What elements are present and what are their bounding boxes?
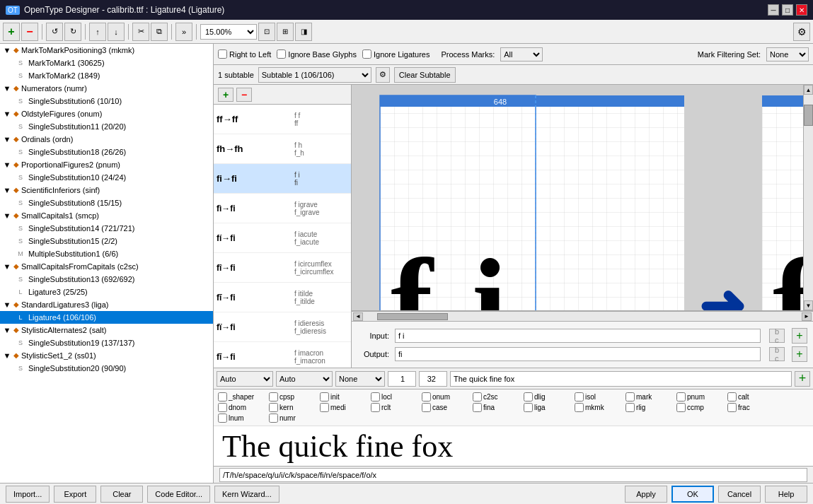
cb-dnom[interactable] [218,403,227,412]
cb-frac[interactable] [727,403,737,412]
feat-isol[interactable]: isol [575,392,624,402]
up-button[interactable]: ↑ [89,23,106,41]
rtl-checkbox[interactable] [218,49,227,59]
rtl-checkbox-label[interactable]: Right to Left [218,49,271,59]
scroll-up-button[interactable]: ▲ [804,85,813,95]
tree-item-ss13[interactable]: S SingleSubstitution13 (692/692) [0,273,213,286]
remove-button[interactable]: − [21,23,38,41]
cb-onum[interactable] [422,392,431,402]
size-input1[interactable] [388,371,416,387]
feat-calt[interactable]: calt [727,392,777,402]
feat-medi[interactable]: medi [320,403,369,412]
glyph-path-input[interactable] [219,468,807,482]
feat-numr[interactable]: numr [269,414,318,423]
ignore-lig-checkbox[interactable] [362,49,371,59]
cb-dlig[interactable] [524,392,533,402]
mark-filtering-select[interactable]: None [766,47,809,61]
feat-rclt[interactable]: rclt [371,403,420,412]
more-button[interactable]: » [175,23,192,41]
feat-kern[interactable]: kern [269,403,318,412]
lig-item-fitilde[interactable]: fĩ→fi f itildef_itilde [214,283,351,312]
preview-text-input[interactable] [450,371,792,387]
cb-mark[interactable] [625,392,635,402]
feat-ccmp[interactable]: ccmp [676,403,726,412]
tree-item-sciinf[interactable]: ▼ ◆ ScientificInferiors (sinf) [0,184,213,197]
feat-init[interactable]: init [320,392,369,402]
remove-lig-button[interactable]: − [236,88,252,102]
cb-isol[interactable] [575,392,584,402]
feat-onum[interactable]: onum [422,392,471,402]
copy-button[interactable]: ⧉ [151,23,168,41]
tree-item-ordinals[interactable]: ▼ ◆ Ordinals (ordn) [0,133,213,146]
minimize-button[interactable]: ─ [768,4,779,16]
tree-item-smallcaps[interactable]: ▼ ◆ SmallCapitals1 (smcp) [0,209,213,222]
tree-item-stdlig3[interactable]: ▼ ◆ StandardLigatures3 (liga) [0,298,213,311]
add-preview-button[interactable]: + [795,371,810,387]
tree-item-ss15[interactable]: S SingleSubstitution15 (2/2) [0,235,213,247]
lig-item-ff[interactable]: ff→ff f fff [214,105,351,134]
canvas-scrollbar-h[interactable]: ◄ ► [352,311,813,321]
undo-button[interactable]: ↺ [46,23,63,41]
feat-dnom[interactable]: dnom [218,403,267,412]
cb-medi[interactable] [320,403,329,412]
font-auto-select1[interactable]: Auto [217,371,273,387]
ignore-lig-checkbox-label[interactable]: Ignore Ligatures [362,49,430,59]
canvas-scrollbar-v[interactable]: ▲ ▼ [803,85,813,310]
tree-item-lig4[interactable]: L Ligature4 (106/106) [0,311,213,324]
font-none-select[interactable]: None [335,371,385,387]
scroll-left-button[interactable]: ◄ [353,312,363,321]
subtable-options-button[interactable]: ⚙ [376,67,390,83]
cb-pnum[interactable] [676,392,686,402]
kern-wizard-button[interactable]: Kern Wizard... [214,486,279,503]
size-input2[interactable] [419,371,447,387]
tree-item-oldstyle[interactable]: ▼ ◆ OldstyleFigures (onum) [0,107,213,120]
tree-item-ss19[interactable]: S SingleSubstitution19 (137/137) [0,336,213,349]
tree-item-ss18[interactable]: S SingleSubstitution18 (26/26) [0,146,213,158]
cb-liga[interactable] [524,403,533,412]
font-auto-select2[interactable]: Auto [276,371,333,387]
feat-liga[interactable]: liga [524,403,573,412]
feat-fina[interactable]: fina [473,403,522,412]
scroll-thumb[interactable] [804,105,813,126]
tree-item-ss11[interactable]: S SingleSubstitution11 (20/20) [0,120,213,133]
code-editor-button[interactable]: Code Editor... [147,486,210,503]
tree-item-marktomark3[interactable]: ▼ ◆ MarkToMarkPositioning3 (mkmk) [0,44,213,57]
output-field[interactable] [395,347,761,361]
feat-pnum[interactable]: pnum [676,392,726,402]
process-marks-select[interactable]: All None [500,47,543,61]
tree-item-ss14[interactable]: S SingleSubstitution14 (721/721) [0,222,213,235]
feat-mark[interactable]: mark [625,392,675,402]
cb-mkmk[interactable] [575,403,584,412]
cb-kern[interactable] [269,403,278,412]
add-button[interactable]: + [3,23,20,41]
tree-item-lig3[interactable]: L Ligature3 (25/25) [0,286,213,298]
cb-cpsp[interactable] [269,392,278,402]
clear-subtable-button[interactable]: Clear Subtable [394,67,456,83]
tree-item-stylisticset[interactable]: ▼ ◆ StylisticSet1_2 (ss01) [0,349,213,362]
feat-rlig[interactable]: rlig [625,403,675,412]
lig-item-fiacute[interactable]: fí→fi f iacutef_iacute [214,223,351,253]
glyph-canvas[interactable]: 648 1135 503 f i ➜ fi [352,85,813,311]
tree-item-marktommark2[interactable]: S MarkToMark2 (1849) [0,69,213,82]
tree-item-ms1[interactable]: M MultipleSubstitution1 (6/6) [0,247,213,260]
export-button[interactable]: Export [54,486,96,503]
tree-item-stylisticalt[interactable]: ▼ ◆ StylisticAlternates2 (salt) [0,324,213,336]
feat-mkmk[interactable]: mkmk [575,403,624,412]
fit-button[interactable]: ⊡ [258,23,275,41]
cb-rclt[interactable] [371,403,380,412]
tree-item-ss6[interactable]: S SingleSubstitution6 (10/10) [0,95,213,107]
tree-item-propfig[interactable]: ▼ ◆ ProportionalFigures2 (pnum) [0,158,213,171]
lig-item-fidier[interactable]: fï→fi f idieresisf_idieresis [214,312,351,342]
feat-lnum[interactable]: lnum [218,414,267,423]
cut-button[interactable]: ✂ [132,23,149,41]
add-input-button[interactable]: + [792,328,807,344]
cb-numr[interactable] [269,414,278,423]
lig-item-fimacron[interactable]: fī→fi f imacronf_imacron [214,342,351,368]
cb-locl[interactable] [371,392,380,402]
cb-calt[interactable] [727,392,737,402]
cb-ccmp[interactable] [676,403,686,412]
input-field[interactable] [395,329,761,343]
tree-item-ss20[interactable]: S SingleSubstitution20 (90/90) [0,362,213,375]
lig-item-ficirc[interactable]: fî→fi f icircumflexf_icircumflex [214,253,351,283]
feat-case[interactable]: case [422,403,471,412]
